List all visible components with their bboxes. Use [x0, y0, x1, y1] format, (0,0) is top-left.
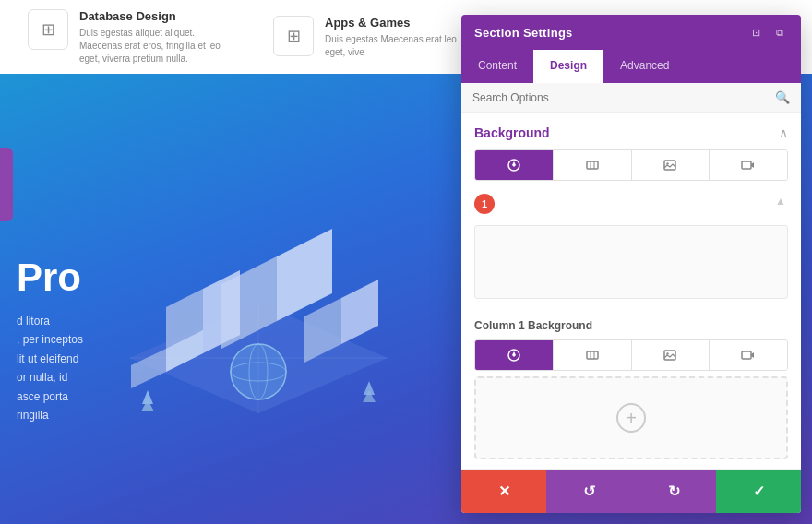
redo-icon: ↻: [668, 482, 680, 500]
reset-button[interactable]: ↺: [546, 470, 631, 513]
column1-bg-section: Column 1 Background: [461, 310, 801, 469]
cancel-icon: ✕: [498, 482, 510, 500]
database-design-card: ⊞ Database Design Duis egestas aliquet a…: [18, 0, 236, 75]
tab-advanced[interactable]: Advanced: [603, 50, 686, 83]
col1-bg-type-video-tab[interactable]: [710, 340, 787, 370]
cancel-button[interactable]: ✕: [461, 470, 546, 513]
database-design-desc: Duis egestas aliquet aliquet. Maecenas e…: [79, 27, 227, 66]
bg-type-color-tab[interactable]: [475, 150, 554, 180]
tab-content[interactable]: Content: [461, 50, 533, 83]
svg-point-28: [667, 162, 669, 164]
svg-rect-29: [742, 161, 751, 169]
svg-marker-20: [363, 390, 376, 402]
svg-rect-24: [587, 161, 598, 169]
bg-type-tabs: [474, 149, 788, 181]
database-design-title: Database Design: [79, 9, 227, 23]
apps-games-icon: ⊞: [273, 16, 314, 56]
apps-games-text: Apps & Games Duis egestas Maecenas erat …: [325, 16, 472, 59]
panel-header-actions: ⊡ ⧉: [747, 24, 788, 41]
notification-area: 1 ▲: [461, 186, 801, 221]
panel-search-bar: 🔍: [461, 83, 801, 113]
database-design-icon: ⊞: [28, 9, 68, 50]
iso-illustration: [74, 210, 443, 524]
col1-upload-area[interactable]: +: [474, 376, 788, 459]
search-icon: 🔍: [775, 90, 790, 104]
svg-rect-32: [587, 351, 598, 359]
background-section-header: Background ∧: [461, 113, 801, 149]
svg-marker-7: [341, 280, 378, 344]
col1-bg-type-image-tab[interactable]: [632, 340, 710, 370]
badge-number: 1: [474, 194, 495, 214]
panel-expand-button[interactable]: ⧉: [771, 24, 788, 41]
panel-footer: ✕ ↺ ↻ ✓: [461, 469, 801, 513]
background-section: Background ∧: [461, 113, 801, 299]
bg-type-video-tab[interactable]: [710, 150, 787, 180]
background-color-area[interactable]: [474, 225, 788, 299]
redo-button[interactable]: ↻: [631, 470, 716, 513]
tab-design[interactable]: Design: [533, 50, 603, 83]
upload-plus-button[interactable]: +: [616, 403, 646, 433]
apps-games-card: ⊞ Apps & Games Duis egestas Maecenas era…: [264, 6, 482, 68]
apps-games-title: Apps & Games: [325, 16, 472, 30]
panel-body: Background ∧: [461, 113, 801, 469]
reset-icon: ↺: [583, 482, 595, 500]
background-collapse-button[interactable]: ∧: [779, 125, 788, 140]
save-icon: ✓: [753, 482, 765, 500]
section-settings-panel: Section Settings ⊡ ⧉ Content Design Adva…: [461, 15, 801, 513]
left-edge-bar: [0, 148, 13, 221]
panel-header: Section Settings ⊡ ⧉: [461, 15, 801, 50]
search-input[interactable]: [472, 91, 775, 104]
panel-tabs: Content Design Advanced: [461, 50, 801, 83]
bg-type-gradient-tab[interactable]: [554, 150, 632, 180]
column1-bg-title: Column 1 Background: [461, 310, 801, 339]
svg-rect-37: [742, 351, 751, 359]
database-design-text: Database Design Duis egestas aliquet ali…: [79, 9, 227, 66]
svg-marker-18: [141, 399, 154, 411]
background-section-title: Background: [474, 125, 550, 140]
apps-games-desc: Duis egestas Maecenas erat leo eget, viv…: [325, 33, 472, 59]
save-button[interactable]: ✓: [716, 470, 801, 513]
col1-bg-type-tabs: [474, 339, 788, 371]
svg-point-36: [667, 352, 669, 354]
col1-bg-type-color-tab[interactable]: [475, 340, 554, 370]
col1-bg-type-gradient-tab[interactable]: [554, 340, 632, 370]
bg-type-image-tab[interactable]: [632, 150, 710, 180]
panel-minimize-button[interactable]: ⊡: [747, 24, 764, 41]
panel-title: Section Settings: [474, 26, 573, 40]
scroll-indicator: ▲: [775, 195, 786, 208]
